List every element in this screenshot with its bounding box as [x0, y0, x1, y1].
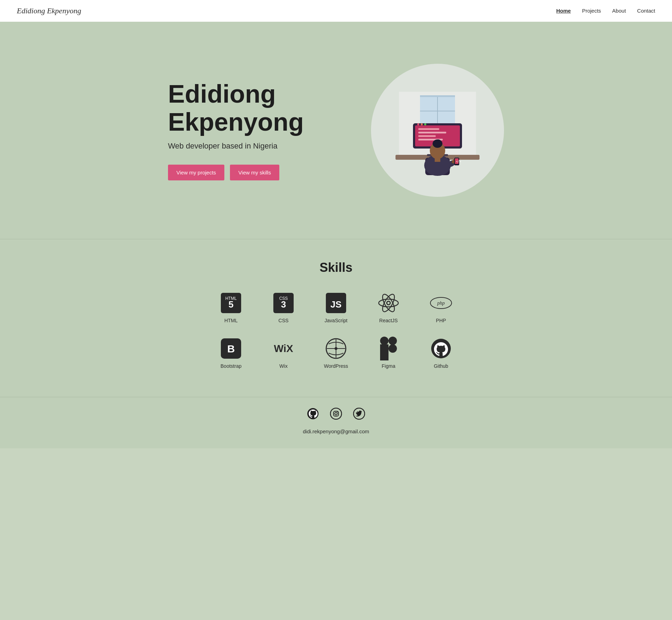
hero-illustration: </> — [371, 64, 504, 197]
svg-rect-54 — [380, 353, 388, 360]
svg-point-57 — [330, 408, 342, 419]
skills-grid: 5 HTML HTML 3 CSS CSS — [214, 292, 458, 369]
skill-react: ReactJS — [373, 292, 404, 323]
js-label: JavaScript — [324, 318, 347, 323]
svg-rect-3 — [420, 95, 455, 97]
nav-item-about[interactable]: About — [612, 8, 626, 14]
svg-text:WiX: WiX — [274, 343, 293, 354]
view-projects-button[interactable]: View my projects — [168, 165, 224, 180]
skill-wix: WiX Wix — [268, 337, 299, 369]
skill-figma: Figma — [373, 337, 404, 369]
nav-item-contact[interactable]: Contact — [637, 8, 655, 14]
hero-section: Edidiong Ekpenyong Web developer based i… — [0, 22, 672, 239]
wix-label: Wix — [279, 363, 287, 369]
skills-section: Skills 5 HTML HTML 3 CSS — [0, 239, 672, 397]
skills-title: Skills — [14, 260, 658, 275]
figma-icon — [377, 337, 400, 360]
nav-item-home[interactable]: Home — [556, 8, 571, 14]
github-icon — [430, 337, 452, 360]
svg-point-59 — [335, 413, 337, 415]
php-icon: php — [430, 292, 452, 314]
skill-css: 3 CSS CSS — [268, 292, 299, 323]
navbar: Edidiong Ekpenyong Home Projects About C… — [0, 0, 672, 22]
svg-text:CSS: CSS — [279, 296, 288, 301]
bootstrap-icon: B — [220, 337, 242, 360]
hero-subtitle: Web developer based in Nigeria — [168, 142, 343, 151]
svg-point-16 — [421, 123, 423, 125]
svg-point-37 — [387, 301, 390, 305]
js-icon: JS — [325, 292, 347, 314]
svg-text:HTML: HTML — [225, 296, 237, 301]
bootstrap-label: Bootstrap — [220, 363, 241, 369]
social-icons — [307, 408, 365, 422]
hero-name: Edidiong Ekpenyong — [168, 80, 343, 136]
html-label: HTML — [224, 318, 238, 323]
svg-rect-52 — [380, 344, 388, 353]
nav-link-home[interactable]: Home — [556, 8, 571, 14]
svg-text:B: B — [227, 343, 235, 354]
github-label: Github — [434, 363, 448, 369]
svg-rect-53 — [388, 344, 397, 353]
svg-text:php: php — [437, 300, 445, 306]
skill-js: JS JavaScript — [320, 292, 352, 323]
nav-link-about[interactable]: About — [612, 8, 626, 14]
svg-rect-23 — [435, 158, 440, 162]
hero-text: Edidiong Ekpenyong Web developer based i… — [168, 80, 343, 180]
svg-rect-11 — [418, 128, 439, 130]
html-icon: 5 HTML — [220, 292, 242, 314]
svg-point-17 — [424, 123, 426, 125]
nav-link-contact[interactable]: Contact — [637, 8, 655, 14]
svg-text:JS: JS — [330, 299, 342, 310]
nav-links: Home Projects About Contact — [556, 8, 655, 14]
svg-point-22 — [435, 139, 441, 145]
css-label: CSS — [279, 318, 289, 323]
wix-icon: WiX — [272, 337, 295, 360]
skill-github: Github — [425, 337, 457, 369]
footer-email: didi.rekpenyong@gmail.com — [303, 428, 369, 434]
skill-wordpress: WordPress — [320, 337, 352, 369]
svg-point-60 — [337, 412, 338, 412]
nav-link-projects[interactable]: Projects — [582, 8, 601, 14]
react-label: ReactJS — [379, 318, 398, 323]
nav-item-projects[interactable]: Projects — [582, 8, 601, 14]
social-instagram-icon[interactable] — [330, 408, 342, 422]
svg-point-38 — [379, 299, 398, 307]
figma-label: Figma — [382, 363, 396, 369]
svg-point-15 — [417, 123, 419, 125]
php-label: PHP — [436, 318, 446, 323]
wordpress-icon — [325, 337, 347, 360]
skill-bootstrap: B Bootstrap — [215, 337, 247, 369]
social-twitter-icon[interactable] — [353, 408, 365, 422]
developer-illustration: </> — [378, 71, 497, 190]
social-github-icon[interactable] — [307, 408, 319, 422]
skill-php: php PHP — [425, 292, 457, 323]
svg-rect-13 — [418, 135, 436, 137]
site-logo[interactable]: Edidiong Ekpenyong — [17, 6, 81, 15]
footer: didi.rekpenyong@gmail.com — [0, 397, 672, 448]
skill-html: 5 HTML HTML — [215, 292, 247, 323]
view-skills-button[interactable]: View my skills — [230, 165, 279, 180]
svg-rect-51 — [388, 337, 397, 345]
svg-rect-12 — [418, 132, 446, 133]
svg-text:</>: </> — [456, 160, 461, 163]
wordpress-label: WordPress — [324, 363, 348, 369]
svg-rect-50 — [380, 337, 388, 345]
hero-buttons: View my projects View my skills — [168, 165, 343, 180]
react-icon — [377, 292, 400, 314]
css-icon: 3 CSS — [272, 292, 295, 314]
